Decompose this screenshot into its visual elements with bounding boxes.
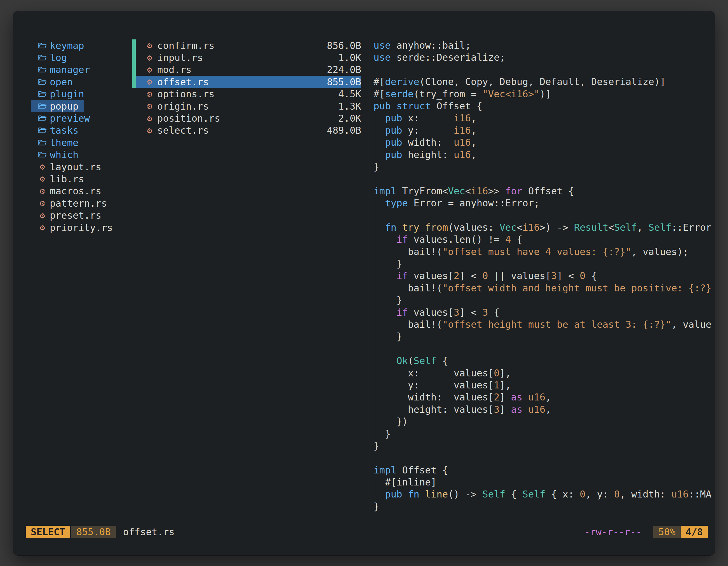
sidebar-item-label: open [50,76,73,88]
sidebar-item-chip: plugin [31,88,90,100]
folder-open-icon [37,90,47,98]
code-line: Ok(Self { [374,355,715,367]
rust-file-icon: ⚙ [37,223,47,232]
sidebar-item-chip: log [31,51,72,64]
sidebar-item-manager[interactable]: manager [31,64,132,76]
code-line: #[derive(Clone, Copy, Debug, Default, De… [374,76,715,88]
sidebar-item-preset-rs[interactable]: ⚙preset.rs [31,209,132,221]
file-row-mod-rs[interactable]: ⚙mod.rs224.0B [132,64,361,76]
code-line: impl TryFrom<Vec<i16>> for Offset { [374,185,715,197]
sidebar-item-chip: manager [31,64,95,76]
file-size: 224.0B [327,64,361,75]
sidebar-item-pattern-rs[interactable]: ⚙pattern.rs [31,197,132,209]
sidebar-item-label: which [50,149,78,160]
sidebar-item-label: plugin [50,88,84,100]
sidebar-item-which[interactable]: which [31,149,132,161]
sidebar-item-chip: ⚙priority.rs [31,222,118,234]
sidebar-item-label: lib.rs [50,173,84,185]
sidebar-item-label: macros.rs [50,186,101,197]
sidebar-item-plugin[interactable]: plugin [31,88,132,100]
file-row-offset-rs[interactable]: ⚙offset.rs855.0B [132,76,361,88]
rust-file-icon: ⚙ [37,163,47,171]
rust-file-icon: ⚙ [145,78,154,86]
status-bar: SELECT 855.0B offset.rs -rw-r--r-- 50% 4… [13,526,715,538]
code-line: pub width: u16, [374,137,715,149]
sidebar-item-theme[interactable]: theme [31,137,132,149]
code-line: if values[2] < 0 || values[3] < 0 { [374,270,715,282]
sidebar-item-popup[interactable]: popup [31,100,132,112]
current-directory-pane: ⚙confirm.rs856.0B⚙input.rs1.0K⚙mod.rs224… [132,39,370,514]
code-line: pub height: u16, [374,149,715,161]
code-line: fn try_from(values: Vec<i16>) -> Result<… [374,222,715,234]
sidebar-item-chip: tasks [31,125,84,137]
file-row-select-rs[interactable]: ⚙select.rs489.0B [132,125,361,137]
rust-file-icon: ⚙ [37,199,47,208]
sidebar-item-keymap[interactable]: keymap [31,39,132,51]
file-row-options-rs[interactable]: ⚙options.rs4.5K [132,88,361,100]
rust-file-icon: ⚙ [145,53,154,62]
sidebar-item-chip: popup [31,100,84,112]
sidebar-item-lib-rs[interactable]: ⚙lib.rs [31,173,132,185]
file-row-position-rs[interactable]: ⚙position.rs2.0K [132,112,361,124]
code-line: bail!("offset height must be at least 3:… [374,318,715,330]
rust-file-icon: ⚙ [37,187,47,196]
folder-open-icon [37,138,47,147]
rust-file-icon: ⚙ [145,114,154,123]
sidebar-item-preview[interactable]: preview [31,112,132,124]
file-size: 1.3K [338,101,361,112]
code-line: bail!("offset must have 4 values: {:?}",… [374,246,715,258]
parent-directory-pane: keymaplogmanageropenpluginpopuppreviewta… [13,39,132,514]
code-line: x: values[0], [374,367,715,379]
code-line [374,343,715,355]
scroll-percent-badge: 50% [653,526,680,538]
rust-file-icon: ⚙ [145,41,154,50]
code-preview: use anyhow::bail;use serde::Deserialize;… [374,39,715,513]
code-line: #[serde(try_from = "Vec<i16>")] [374,88,715,100]
sidebar-item-chip: ⚙layout.rs [31,161,107,173]
marked-files-indicator [132,39,136,88]
code-line: impl Offset { [374,464,715,476]
code-line: type Error = anyhow::Error; [374,197,715,209]
code-line: } [374,161,715,173]
sidebar-item-macros-rs[interactable]: ⚙macros.rs [31,185,132,197]
folder-open-icon [37,53,47,62]
sidebar-item-log[interactable]: log [31,51,132,64]
rust-file-icon: ⚙ [145,65,154,74]
sidebar-item-open[interactable]: open [31,76,132,88]
folder-open-icon [37,114,47,123]
file-size-badge: 855.0B [71,526,116,538]
sidebar-item-label: preview [50,113,90,124]
file-preview-pane[interactable]: use anyhow::bail;use serde::Deserialize;… [370,39,715,514]
sidebar-item-label: layout.rs [50,161,101,173]
sidebar-item-label: theme [50,137,78,148]
file-name: options.rs [157,88,215,100]
code-line: } [374,294,715,306]
sidebar-item-priority-rs[interactable]: ⚙priority.rs [31,222,132,234]
folder-open-icon [37,41,47,50]
code-line: } [374,440,715,452]
file-name: mod.rs [157,64,192,75]
file-size: 1.0K [338,52,361,63]
file-row-input-rs[interactable]: ⚙input.rs1.0K [132,51,361,64]
folder-open-icon [37,65,47,74]
rust-file-icon: ⚙ [145,126,154,135]
sidebar-item-chip: keymap [31,39,90,51]
file-size: 4.5K [338,88,361,100]
folder-open-icon [37,78,47,86]
rust-file-icon: ⚙ [145,102,154,111]
rust-file-icon: ⚙ [37,211,47,220]
code-line: pub x: i16, [374,112,715,124]
file-size: 489.0B [327,125,361,136]
code-line: height: values[3] as u16, [374,403,715,415]
file-name: offset.rs [157,76,209,88]
sidebar-item-tasks[interactable]: tasks [31,125,132,137]
sidebar-item-layout-rs[interactable]: ⚙layout.rs [31,161,132,173]
code-line: if values.len() != 4 { [374,234,715,246]
code-line [374,452,715,464]
code-line: pub y: i16, [374,125,715,137]
code-line: bail!("offset width and height must be p… [374,282,715,294]
code-line [374,64,715,76]
file-row-origin-rs[interactable]: ⚙origin.rs1.3K [132,100,361,112]
file-row-confirm-rs[interactable]: ⚙confirm.rs856.0B [132,39,361,51]
sidebar-item-label: manager [50,64,90,75]
